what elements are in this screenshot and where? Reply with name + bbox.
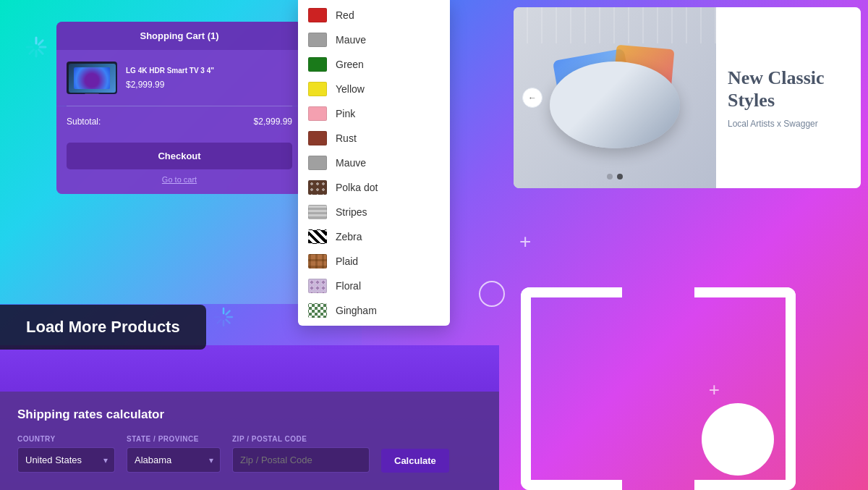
circle-decoration [479, 281, 505, 307]
plate-oval [550, 62, 680, 148]
cart-item: LG 4K HDR Smart TV 3 4" $2,999.99 [56, 50, 302, 106]
color-item-zebra[interactable]: Zebra [298, 224, 450, 249]
shipping-fields: COUNTRY United States Canada United King… [17, 435, 482, 473]
color-label-red: Red [336, 9, 354, 21]
loading-spinner-top [25, 36, 47, 58]
svg-line-15 [218, 311, 221, 315]
hero-prev-button[interactable]: ← [522, 88, 542, 108]
hero-text-area: New Classic Styles Local Artists x Swagg… [716, 7, 861, 188]
color-swatch-floral [308, 279, 327, 293]
color-item-mauve1[interactable]: Mauve [298, 28, 450, 52]
color-swatch-gingham [308, 303, 327, 318]
large-circle-decoration [702, 403, 774, 476]
shopping-cart-panel: Shopping Cart (1) LG 4K HDR Smart TV 3 4… [56, 22, 302, 194]
large-bracket-left [521, 287, 622, 490]
color-swatch-green [308, 57, 327, 72]
zip-label: ZIP / POSTAL CODE [232, 435, 370, 443]
subtotal-value: $2,999.99 [254, 117, 292, 127]
color-item-yellow[interactable]: Yellow [298, 77, 450, 101]
color-label-gingham: Gingham [336, 305, 377, 316]
color-label-green: Green [336, 59, 364, 70]
go-to-cart-link[interactable]: Go to cart [162, 175, 197, 184]
hero-plate-art [542, 40, 687, 156]
cart-actions: Checkout Go to cart [56, 137, 302, 194]
color-swatch-zebra [308, 229, 327, 244]
calculate-button[interactable]: Calculate [381, 449, 449, 473]
cart-header: Shopping Cart (1) [56, 22, 302, 50]
color-label-pink: Pink [336, 108, 355, 119]
color-label-mauve1: Mauve [336, 34, 366, 46]
cart-title: Shopping Cart (1) [140, 30, 218, 41]
svg-line-11 [226, 320, 230, 324]
color-swatch-rust [308, 131, 327, 145]
cart-item-name: LG 4K HDR Smart TV 3 4" [126, 66, 292, 75]
plus-decoration-1: + [519, 232, 531, 252]
color-label-floral: Floral [336, 280, 361, 292]
color-label-polka: Polka dot [336, 182, 378, 193]
color-swatch-mauve1 [308, 33, 327, 47]
color-label-yellow: Yellow [336, 83, 365, 95]
cart-subtotal-row: Subtotal: $2,999.99 [56, 106, 302, 137]
color-label-mauve2: Mauve [336, 157, 366, 169]
country-select[interactable]: United States Canada United Kingdom [17, 447, 115, 473]
hero-nav-dot-2[interactable] [617, 174, 623, 179]
svg-line-13 [218, 320, 221, 324]
country-select-wrapper: United States Canada United Kingdom [17, 447, 115, 473]
color-item-pink[interactable]: Pink [298, 101, 450, 126]
country-label: COUNTRY [17, 435, 115, 443]
lights-decoration [514, 7, 716, 43]
color-swatch-plaid [308, 254, 327, 269]
shipping-title: Shipping rates calculator [17, 407, 482, 422]
svg-line-1 [39, 41, 43, 45]
color-item-mauve2[interactable]: Mauve [298, 151, 450, 175]
color-swatch-polka [308, 180, 327, 195]
color-dropdown: RedMauveGreenYellowPinkRustMauvePolka do… [298, 0, 450, 326]
hero-banner: ← New Classic Styles Local Artists x Swa… [514, 7, 861, 188]
flower-image [74, 67, 110, 89]
color-label-zebra: Zebra [336, 231, 362, 242]
color-label-stripes: Stripes [336, 206, 367, 218]
zip-input[interactable] [232, 447, 370, 473]
tv-thumbnail [69, 64, 116, 93]
zip-field-group: ZIP / POSTAL CODE [232, 435, 370, 473]
svg-line-5 [30, 50, 34, 54]
color-swatch-stripes [308, 205, 327, 219]
color-label-plaid: Plaid [336, 255, 358, 267]
hero-title: New Classic Styles [728, 67, 849, 111]
load-more-button[interactable]: Load More Products [0, 305, 206, 350]
svg-line-3 [39, 50, 43, 54]
cart-item-price: $2,999.99 [126, 80, 292, 90]
color-swatch-red [308, 8, 327, 22]
color-swatch-mauve2 [308, 156, 327, 170]
color-label-rust: Rust [336, 132, 357, 144]
color-swatch-yellow [308, 82, 327, 96]
hero-image-area: ← [514, 7, 716, 188]
state-select-wrapper: Alabama Alaska Arizona California [127, 447, 221, 473]
svg-line-7 [30, 41, 34, 45]
state-label: STATE / PROVINCE [127, 435, 221, 443]
color-item-red[interactable]: Red [298, 3, 450, 28]
color-item-polka[interactable]: Polka dot [298, 175, 450, 200]
state-field-group: STATE / PROVINCE Alabama Alaska Arizona … [127, 435, 221, 473]
color-item-gingham[interactable]: Gingham [298, 298, 450, 323]
loading-spinner-load-more [213, 307, 234, 327]
svg-line-9 [226, 311, 230, 315]
color-item-stripes[interactable]: Stripes [298, 200, 450, 224]
hero-subtitle: Local Artists x Swagger [728, 119, 849, 129]
hero-nav-dot-1[interactable] [607, 174, 613, 179]
color-item-rust[interactable]: Rust [298, 126, 450, 151]
color-item-plaid[interactable]: Plaid [298, 249, 450, 274]
color-swatch-pink [308, 106, 327, 121]
cart-item-image [67, 62, 117, 94]
shipping-calculator: Shipping rates calculator COUNTRY United… [0, 392, 499, 490]
color-item-floral[interactable]: Floral [298, 274, 450, 298]
hero-nav-dots [514, 174, 716, 179]
subtotal-label: Subtotal: [67, 117, 101, 127]
cart-item-details: LG 4K HDR Smart TV 3 4" $2,999.99 [126, 66, 292, 90]
state-select[interactable]: Alabama Alaska Arizona California [127, 447, 221, 473]
color-item-green[interactable]: Green [298, 52, 450, 77]
country-field-group: COUNTRY United States Canada United King… [17, 435, 115, 473]
checkout-button[interactable]: Checkout [67, 143, 292, 169]
